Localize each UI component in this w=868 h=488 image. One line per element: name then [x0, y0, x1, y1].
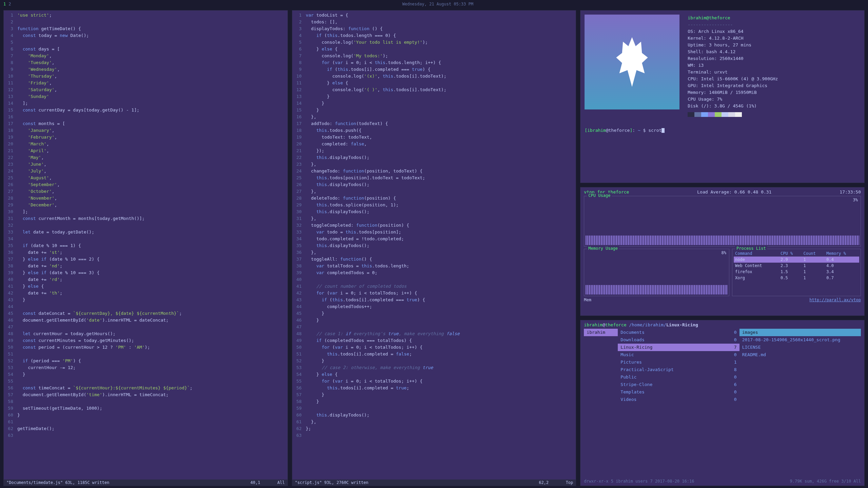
code-line[interactable]: 56 this.todos[i].completed = true;	[292, 385, 576, 391]
code-line[interactable]: 52 if (period === 'PM') {	[4, 358, 288, 364]
code-line[interactable]: 35 this.displayTodos();	[292, 242, 576, 249]
code-line[interactable]: 30 this.displayTodos();	[292, 208, 576, 215]
code-line[interactable]: 27 'October',	[4, 188, 288, 195]
code-line[interactable]: 44 completedTodos++;	[292, 303, 576, 310]
ranger-item[interactable]: Public0	[618, 373, 739, 381]
code-line[interactable]: 26 'September',	[4, 181, 288, 188]
code-line[interactable]: 53 currentHour -= 12;	[4, 364, 288, 371]
code-line[interactable]: 38 var totalTodos = this.todos.length;	[292, 263, 576, 269]
code-line[interactable]: 63	[4, 432, 288, 439]
code-line[interactable]: 58	[4, 398, 288, 405]
code-line[interactable]: 25 this.todos[position].todoText = todoT…	[292, 175, 576, 181]
code-line[interactable]: 49 const currentMinutes = today.getMinut…	[4, 337, 288, 344]
code-line[interactable]: 32 toggleCompleted: function(position) {	[292, 222, 576, 229]
code-line[interactable]: 10 console.log('(x)', this.todos[i].todo…	[292, 73, 576, 80]
code-line[interactable]: 9 if (this.todos[i].completed === true) …	[292, 66, 576, 73]
code-line[interactable]: 2 todos: [],	[292, 19, 576, 25]
workspace-2[interactable]: 2	[8, 2, 11, 6]
code-line[interactable]: 35 if (date % 10 === 1) {	[4, 242, 288, 249]
code-line[interactable]: 18 this.todos.push({	[292, 127, 576, 134]
code-line[interactable]: 12 'Saturday',	[4, 86, 288, 93]
ranger-item[interactable]: Stripe-Clone6	[618, 381, 739, 388]
code-line[interactable]: 24 'July',	[4, 168, 288, 175]
code-line[interactable]: 5 console.log('Your todo list is empty!'…	[292, 39, 576, 46]
ranger-item[interactable]: Practical-JavaScript8	[618, 366, 739, 373]
ranger-item[interactable]: LICENSE	[739, 344, 861, 351]
ranger-item[interactable]: Pictures1	[618, 359, 739, 366]
code-line[interactable]: 4 const today = new Date();	[4, 32, 288, 39]
code-line[interactable]: 51 this.todos[i].completed = false;	[292, 351, 576, 358]
code-line[interactable]: 41 // count number of completed todos	[292, 283, 576, 290]
code-line[interactable]: 33 let date = today.getDate();	[4, 229, 288, 236]
ranger-pane[interactable]: ibrahim@theforce /home/ibrahim/Linux-Ric…	[580, 320, 865, 486]
code-line[interactable]: 22 this.displayTodos();	[292, 154, 576, 161]
ranger-item[interactable]: Videos0	[618, 396, 739, 403]
code-line[interactable]: 37 toggleAll: function() {	[292, 256, 576, 263]
code-line[interactable]: 17 addTodo: function(todoText) {	[292, 120, 576, 127]
code-line[interactable]: 60}	[4, 412, 288, 419]
code-line[interactable]: 43 }	[4, 297, 288, 303]
code-line[interactable]: 46 }	[292, 317, 576, 324]
ranger-item[interactable]: Downloads0	[618, 336, 739, 344]
code-line[interactable]: 44	[4, 303, 288, 310]
code-line[interactable]: 43 if (this.todos[i].completed === true)…	[292, 297, 576, 303]
code-line[interactable]: 48 let currentHour = today.getHours();	[4, 330, 288, 337]
code-line[interactable]: 11 'Friday',	[4, 80, 288, 86]
code-line[interactable]: 38 date += 'nd';	[4, 263, 288, 269]
code-line[interactable]: 16 },	[292, 114, 576, 120]
code-line[interactable]: 61 },	[292, 419, 576, 425]
ranger-item[interactable]: Linux-Ricing7	[618, 344, 739, 351]
process-row[interactable]: Xorg0.510.7	[734, 275, 859, 281]
code-line[interactable]: 36 },	[292, 249, 576, 256]
code-line[interactable]: 3function getTimeDate() {	[4, 25, 288, 32]
code-line[interactable]: 57 }	[292, 391, 576, 398]
process-list[interactable]: Process List CommandCPU %CountMemory %no…	[732, 249, 861, 296]
code-line[interactable]: 29 this.todos.splice(position, 1);	[292, 202, 576, 208]
code-line[interactable]: 60 this.displayTodos();	[292, 412, 576, 419]
ranger-col-parent[interactable]: ibrahim	[584, 329, 618, 477]
code-line[interactable]: 28 'November',	[4, 195, 288, 202]
code-line[interactable]: 45 }	[292, 310, 576, 317]
code-line[interactable]: 1'use strict';	[4, 12, 288, 19]
code-line[interactable]: 42 for (var i = 0; i < totalTodos; i++) …	[292, 290, 576, 297]
code-line[interactable]: 24 changeTodo: function(position, todoTe…	[292, 168, 576, 175]
code-line[interactable]: 54 }	[4, 371, 288, 378]
code-line[interactable]: 30 ];	[4, 208, 288, 215]
code-line[interactable]: 13 }	[292, 93, 576, 100]
code-line[interactable]: 3 displayTodos: function () {	[292, 25, 576, 32]
code-line[interactable]: 17 const months = [	[4, 120, 288, 127]
code-line[interactable]: 10 'Thursday',	[4, 73, 288, 80]
code-line[interactable]: 29 'December',	[4, 202, 288, 208]
code-line[interactable]: 9 'Wednesday',	[4, 66, 288, 73]
code-line[interactable]: 58 }	[292, 398, 576, 405]
ranger-item[interactable]: Documents0	[618, 329, 739, 336]
code-line[interactable]: 62getTimeDate();	[4, 425, 288, 432]
ranger-item[interactable]: README.md	[739, 351, 861, 359]
code-line[interactable]: 13 'Sunday'	[4, 93, 288, 100]
code-line[interactable]: 27 },	[292, 188, 576, 195]
code-line[interactable]: 33 var todo = this.todos[position];	[292, 229, 576, 236]
process-row[interactable]: firefox1.513.4	[734, 269, 859, 275]
code-line[interactable]: 23 },	[292, 161, 576, 168]
code-line[interactable]: 59 setTimeout(getTimeDate, 1000);	[4, 405, 288, 412]
code-line[interactable]: 50 for (var i = 0; i < totalTodos; i++) …	[292, 344, 576, 351]
code-line[interactable]: 36 date += 'st';	[4, 249, 288, 256]
ranger-item[interactable]: 2017-08-20-154906_2560x1440_scrot.png	[739, 336, 861, 344]
code-line[interactable]: 26 this.displayTodos();	[292, 181, 576, 188]
code-line[interactable]: 55 for (var i = 0; i < totalTodos; i++) …	[292, 378, 576, 385]
vtop-pane[interactable]: vtop for theforce Load Average: 0.66 0.4…	[580, 187, 865, 316]
code-line[interactable]: 14 ];	[4, 100, 288, 107]
code-line[interactable]: 32	[4, 222, 288, 229]
code-line[interactable]: 52 }	[292, 358, 576, 364]
code-line[interactable]: 18 'January',	[4, 127, 288, 134]
code-line[interactable]: 56 const timeConcat = `${currentHour}:${…	[4, 385, 288, 391]
ranger-item[interactable]: Templates0	[618, 388, 739, 396]
code-line[interactable]: 54 } else {	[292, 371, 576, 378]
code-line[interactable]: 51	[4, 351, 288, 358]
code-line[interactable]: 46 document.getElementById('date').inner…	[4, 317, 288, 324]
code-line[interactable]: 55	[4, 378, 288, 385]
code-line[interactable]: 45 const dateConcat = `${currentDay}, ${…	[4, 310, 288, 317]
code-line[interactable]: 1var todoList = {	[292, 12, 576, 19]
code-line[interactable]: 11 } else {	[292, 80, 576, 86]
workspace-1[interactable]: 1	[3, 2, 6, 6]
